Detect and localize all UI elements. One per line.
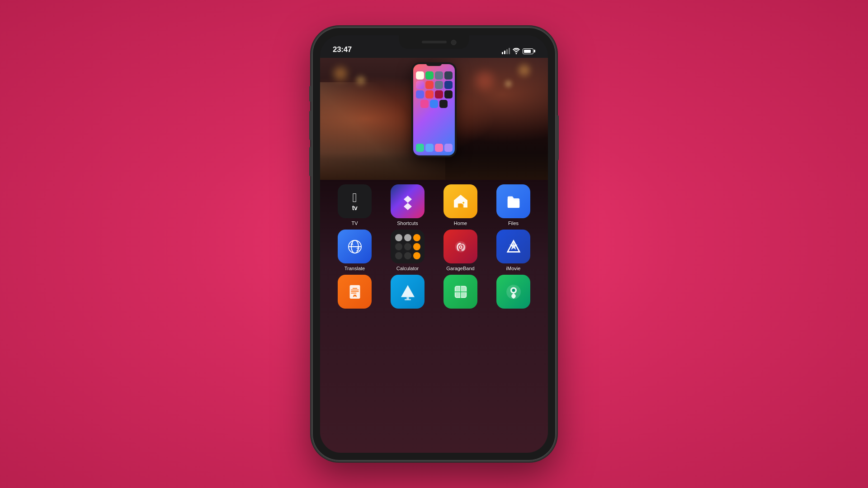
svg-point-2 <box>462 202 464 203</box>
app-item-files[interactable]: Files <box>490 184 537 226</box>
app-item-shortcuts[interactable]: Shortcuts <box>384 184 431 226</box>
app-item-tv[interactable]:  tv TV <box>331 184 378 226</box>
svg-rect-22 <box>461 292 466 297</box>
signal-icon <box>502 48 510 54</box>
app-item-home[interactable]: Home <box>437 184 484 226</box>
wifi-icon <box>513 48 520 54</box>
home-screen:  tv TV Shortcuts <box>320 180 548 453</box>
svg-text:A: A <box>350 242 354 246</box>
svg-text:文: 文 <box>356 246 359 251</box>
svg-rect-15 <box>404 299 410 300</box>
app-item-pages[interactable] <box>331 275 378 309</box>
iphone-frame: 23:47 <box>312 27 556 461</box>
app-grid-row1:  tv TV Shortcuts <box>329 184 539 226</box>
app-item-imovie[interactable]: iMovie <box>490 230 537 271</box>
app-item-garageband[interactable]: GarageBand <box>437 230 484 271</box>
svg-point-10 <box>460 246 462 248</box>
app-item-keynote[interactable] <box>384 275 431 309</box>
findmy-svg <box>504 282 524 302</box>
app-icon-home <box>443 184 477 218</box>
translate-svg: A 文 <box>345 237 365 257</box>
app-item-translate[interactable]: A 文 Translate <box>331 230 378 271</box>
app-icon-files <box>496 184 530 218</box>
app-icon-findmy <box>496 275 530 309</box>
app-label-home: Home <box>454 221 467 226</box>
svg-rect-21 <box>455 292 460 297</box>
app-icon-numbers <box>443 275 477 309</box>
app-icon-translate: A 文 <box>338 230 372 263</box>
apple-logo:  <box>352 192 357 204</box>
app-label-shortcuts: Shortcuts <box>397 221 418 226</box>
home-svg <box>451 192 471 211</box>
app-item-numbers[interactable] <box>437 275 484 309</box>
speaker <box>422 41 447 43</box>
video-background <box>320 58 548 180</box>
svg-point-25 <box>512 288 515 291</box>
app-label-calculator: Calculator <box>396 266 419 271</box>
app-icon-tv:  tv <box>338 184 372 218</box>
app-label-files: Files <box>508 221 519 226</box>
app-label-garageband: GarageBand <box>446 266 474 271</box>
volume-down-button[interactable] <box>309 147 311 176</box>
app-grid-row3 <box>329 275 539 309</box>
status-time: 23:47 <box>333 45 352 54</box>
app-icon-shortcuts <box>391 184 425 218</box>
volume-up-button[interactable] <box>309 111 311 140</box>
app-icon-imovie <box>496 230 530 263</box>
app-grid-row2: A 文 Translate <box>329 230 539 271</box>
phone-in-video <box>411 62 457 157</box>
app-item-findmy[interactable] <box>490 275 537 309</box>
app-icon-calculator <box>391 230 425 263</box>
imovie-svg <box>504 237 524 257</box>
tv-text: tv <box>352 204 357 211</box>
notch <box>399 35 469 49</box>
pages-svg <box>345 282 365 302</box>
files-svg <box>504 192 524 211</box>
shortcuts-svg <box>398 192 417 211</box>
power-button[interactable] <box>557 115 559 160</box>
app-label-tv: TV <box>351 221 358 226</box>
app-label-imovie: iMovie <box>506 266 521 271</box>
app-label-translate: Translate <box>344 266 365 271</box>
app-icon-keynote <box>391 275 425 309</box>
svg-marker-13 <box>401 285 415 297</box>
app-icon-garageband <box>443 230 477 263</box>
video-player[interactable] <box>320 58 548 180</box>
status-icons <box>502 48 535 54</box>
front-camera <box>451 40 457 45</box>
mute-button[interactable] <box>309 86 311 102</box>
iphone-screen: 23:47 <box>320 35 548 453</box>
battery-icon <box>523 48 535 54</box>
keynote-svg <box>398 282 418 302</box>
app-item-calculator[interactable]: Calculator <box>384 230 431 271</box>
svg-rect-20 <box>461 286 466 291</box>
svg-rect-0 <box>459 203 462 207</box>
app-icon-pages <box>338 275 372 309</box>
numbers-svg <box>451 282 471 302</box>
garageband-svg <box>451 237 471 257</box>
svg-rect-19 <box>455 286 460 291</box>
